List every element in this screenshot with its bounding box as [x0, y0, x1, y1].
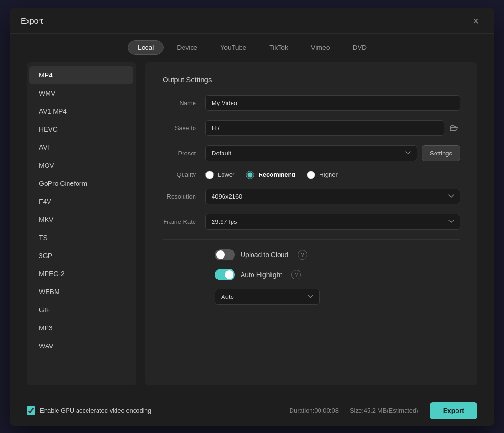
format-item-mkv[interactable]: MKV: [29, 211, 133, 229]
format-item-hevc[interactable]: HEVC: [29, 120, 133, 138]
quality-row: Quality Lower Recommend Higher: [163, 171, 460, 179]
tab-device[interactable]: Device: [167, 41, 207, 54]
format-item-av1mp4[interactable]: AV1 MP4: [29, 102, 133, 120]
tab-tiktok[interactable]: TikTok: [260, 41, 298, 54]
format-item-wav[interactable]: WAV: [29, 337, 133, 355]
tab-local[interactable]: Local: [128, 40, 164, 55]
resolution-label: Resolution: [163, 193, 205, 200]
format-item-gopro[interactable]: GoPro Cineform: [29, 174, 133, 192]
quality-recommend-label: Recommend: [258, 171, 295, 178]
browse-folder-button[interactable]: 🗁: [448, 121, 460, 135]
auto-highlight-help-icon[interactable]: ?: [291, 270, 301, 279]
framerate-select[interactable]: 29.97 fps 25 fps 24 fps 60 fps: [205, 214, 460, 230]
format-item-f4v[interactable]: F4V: [29, 192, 133, 211]
quality-recommend-radio[interactable]: [246, 171, 254, 179]
format-item-mov[interactable]: MOV: [29, 156, 133, 174]
saveto-row: Save to 🗁: [163, 120, 460, 136]
quality-lower-radio[interactable]: [205, 171, 214, 179]
resolution-select[interactable]: 4096x2160 3840x2160 1920x1080 1280x720: [205, 189, 460, 204]
tab-dvd[interactable]: DVD: [343, 41, 377, 54]
settings-button[interactable]: Settings: [422, 145, 460, 161]
upload-cloud-toggle[interactable]: [215, 249, 235, 260]
duration-text: Duration:00:00:08: [290, 407, 339, 414]
close-button[interactable]: ✕: [468, 15, 483, 28]
gpu-checkbox-input[interactable]: [27, 406, 35, 415]
auto-highlight-label: Auto Highlight: [241, 271, 282, 279]
format-item-wmv[interactable]: WMV: [29, 84, 133, 102]
settings-panel: Output Settings Name Save to 🗁 Preset: [145, 62, 477, 385]
format-item-webm[interactable]: WEBM: [29, 283, 133, 301]
dialog-title: Export: [21, 17, 43, 26]
framerate-label: Frame Rate: [163, 218, 205, 225]
export-button[interactable]: Export: [430, 402, 477, 419]
preset-row: Preset Default Custom Settings: [163, 145, 460, 161]
resolution-row: Resolution 4096x2160 3840x2160 1920x1080…: [163, 189, 460, 204]
quality-recommend-option[interactable]: Recommend: [246, 171, 295, 179]
preset-controls: Default Custom Settings: [205, 145, 460, 161]
format-item-ts[interactable]: TS: [29, 229, 133, 247]
format-item-avi[interactable]: AVI: [29, 138, 133, 156]
auto-highlight-toggle[interactable]: [215, 269, 235, 280]
name-label: Name: [163, 99, 205, 106]
upload-cloud-label: Upload to Cloud: [241, 251, 288, 259]
quality-options: Lower Recommend Higher: [205, 171, 460, 179]
upload-cloud-row: Upload to Cloud ?: [163, 249, 460, 260]
preset-label: Preset: [163, 150, 205, 157]
auto-highlight-row: Auto Highlight ?: [163, 269, 460, 280]
quality-higher-option[interactable]: Higher: [307, 171, 337, 179]
format-item-mp3[interactable]: MP3: [29, 319, 133, 337]
quality-higher-radio[interactable]: [307, 171, 315, 179]
tab-vimeo[interactable]: Vimeo: [301, 41, 339, 54]
auto-highlight-toggle-group: Auto Highlight ?: [215, 269, 301, 280]
auto-highlight-select[interactable]: Auto Manual: [215, 289, 320, 305]
content-area: MP4 WMV AV1 MP4 HEVC AVI MOV GoPro Cinef…: [10, 62, 494, 395]
format-item-3gp[interactable]: 3GP: [29, 247, 133, 265]
quality-higher-label: Higher: [319, 171, 337, 178]
gpu-label: Enable GPU accelerated video encoding: [40, 407, 151, 414]
format-item-gif[interactable]: GIF: [29, 301, 133, 319]
quality-lower-option[interactable]: Lower: [205, 171, 234, 179]
saveto-label: Save to: [163, 125, 205, 132]
export-dialog: Export ✕ Local Device YouTube TikTok Vim…: [10, 8, 494, 426]
framerate-row: Frame Rate 29.97 fps 25 fps 24 fps 60 fp…: [163, 214, 460, 230]
format-item-mp4[interactable]: MP4: [29, 66, 133, 84]
quality-label: Quality: [163, 171, 205, 178]
footer-meta: Duration:00:00:08 Size:45.2 MB(Estimated…: [290, 402, 477, 419]
panel-title: Output Settings: [163, 76, 460, 84]
format-item-mpeg2[interactable]: MPEG-2: [29, 265, 133, 283]
gpu-checkbox-label[interactable]: Enable GPU accelerated video encoding: [27, 406, 151, 415]
quality-lower-label: Lower: [218, 171, 234, 178]
dialog-header: Export ✕: [10, 8, 494, 34]
upload-cloud-help-icon[interactable]: ?: [298, 250, 307, 260]
auto-highlight-dropdown-row: Auto Manual: [163, 289, 460, 305]
name-input[interactable]: [205, 95, 460, 111]
divider: [163, 239, 460, 240]
upload-cloud-toggle-group: Upload to Cloud ?: [215, 249, 307, 260]
tab-youtube[interactable]: YouTube: [211, 41, 256, 54]
folder-row: 🗁: [205, 120, 460, 136]
saveto-input[interactable]: [205, 120, 444, 136]
footer: Enable GPU accelerated video encoding Du…: [10, 395, 494, 426]
preset-select[interactable]: Default Custom: [205, 145, 417, 161]
tab-bar: Local Device YouTube TikTok Vimeo DVD: [10, 34, 494, 62]
name-row: Name: [163, 95, 460, 111]
format-list: MP4 WMV AV1 MP4 HEVC AVI MOV GoPro Cinef…: [27, 62, 136, 385]
size-text: Size:45.2 MB(Estimated): [350, 407, 418, 414]
